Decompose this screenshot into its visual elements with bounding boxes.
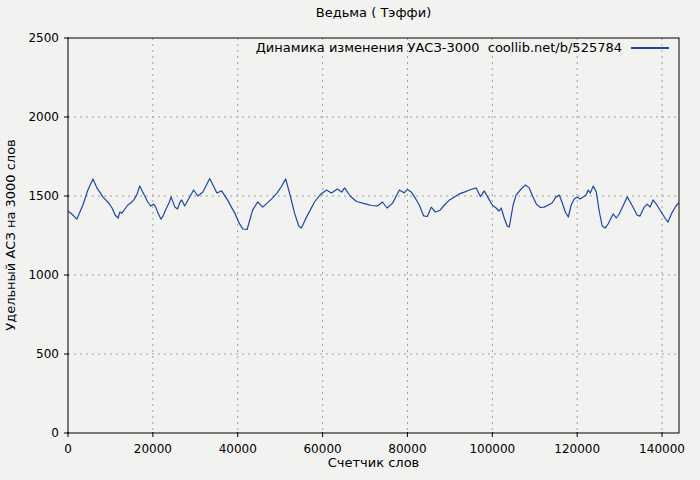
x-tick-label: 0: [64, 442, 72, 456]
legend-line-sample: [631, 47, 669, 49]
legend: Динамика изменения УАСЗ-3000 coollib.net…: [256, 40, 669, 55]
plot-canvas: 0200004000060000800001000001200001400000…: [0, 0, 700, 480]
y-tick-label: 2000: [28, 110, 59, 124]
x-tick-label: 100000: [469, 442, 515, 456]
chart-window: Ведьма ( Тэффи) 020000400006000080000100…: [0, 0, 700, 480]
y-tick-label: 0: [51, 426, 59, 440]
x-tick-label: 80000: [388, 442, 426, 456]
y-tick-label: 1000: [28, 268, 59, 282]
legend-label: Динамика изменения УАСЗ-3000 coollib.net…: [256, 40, 622, 55]
y-tick-label: 1500: [28, 189, 59, 203]
x-tick-label: 120000: [554, 442, 600, 456]
data-series-line: [68, 179, 679, 230]
x-tick-label: 60000: [303, 442, 341, 456]
y-tick-label: 500: [36, 347, 59, 361]
y-axis-label: Удельный АСЗ на 3000 слов: [3, 135, 19, 335]
y-tick-label: 2500: [28, 31, 59, 45]
x-tick-label: 140000: [639, 442, 685, 456]
x-tick-label: 20000: [134, 442, 172, 456]
x-axis-label: Счетчик слов: [68, 455, 679, 470]
plot-border: [68, 38, 679, 433]
x-tick-label: 40000: [219, 442, 257, 456]
